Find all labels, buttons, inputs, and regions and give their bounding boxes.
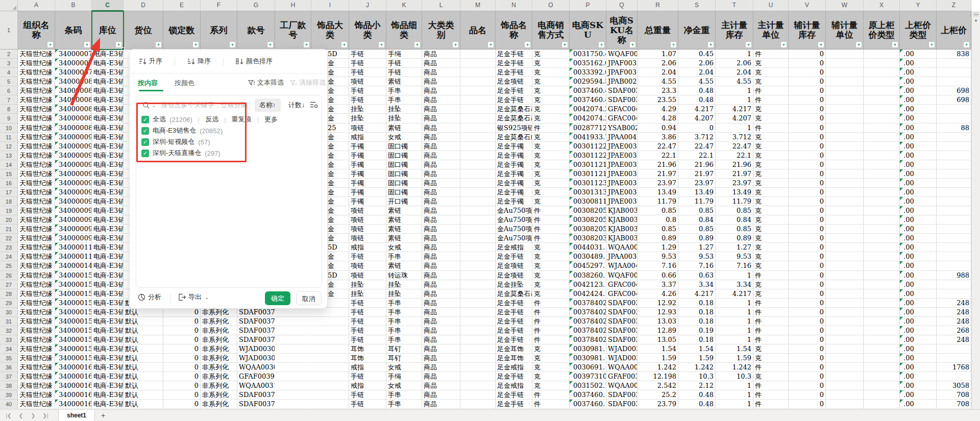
cell-Z25[interactable]: [937, 261, 971, 270]
cell-T39[interactable]: 1: [716, 390, 753, 400]
cell-K17[interactable]: 固口镯: [386, 188, 422, 197]
cell-L33[interactable]: 商品: [422, 335, 460, 344]
cell-A17[interactable]: 天猫世纪缘: [18, 188, 55, 197]
search-chevron-icon[interactable]: ⌄: [152, 103, 156, 108]
cell-X24[interactable]: [864, 252, 900, 261]
cell-M37[interactable]: [460, 372, 496, 381]
option-select-all[interactable]: ✓ 全选 (21206) | 反选 | 重复项 | 更多: [141, 114, 317, 125]
cell-A2[interactable]: 天猫世纪缘: [18, 49, 55, 59]
filter-dropdown-C[interactable]: ▼: [115, 41, 122, 48]
cell-S16[interactable]: 23.97: [678, 179, 716, 188]
cell-Z27[interactable]: [937, 280, 971, 289]
cell-J34[interactable]: 耳饰: [349, 344, 386, 354]
cell-O5[interactable]: 克: [532, 77, 570, 86]
cell-C34[interactable]: 电商-E3销售仓: [92, 344, 124, 354]
cell-Q20[interactable]: KJAB00308: [606, 215, 638, 225]
cell-B14[interactable]: 340000091: [55, 160, 92, 169]
cell-N4[interactable]: 足金手链: [496, 68, 532, 77]
cell-O39[interactable]: 件: [532, 390, 570, 400]
cell-O19[interactable]: 件: [532, 206, 570, 215]
cell-N10[interactable]: 银S925项链: [496, 123, 532, 133]
cell-W23[interactable]: [826, 243, 864, 252]
cell-N12[interactable]: 足金手镯: [496, 142, 532, 151]
cell-Y2[interactable]: .00: [900, 49, 937, 59]
cell-B16[interactable]: 340000091: [55, 179, 92, 188]
cell-Z33[interactable]: 248: [937, 335, 971, 344]
cell-X14[interactable]: [864, 160, 900, 169]
column-header-G[interactable]: G: [237, 0, 275, 11]
cell-U19[interactable]: 克: [753, 206, 789, 215]
cell-T6[interactable]: 1: [716, 86, 753, 95]
cell-T17[interactable]: 13.49: [716, 188, 753, 197]
analyze-button[interactable]: 分析: [138, 292, 161, 302]
cell-N11[interactable]: 足金莫桑石戒指: [496, 133, 532, 142]
column-header-E[interactable]: E: [163, 0, 201, 11]
tab-by-color[interactable]: 按颜色: [175, 79, 194, 88]
cell-S30[interactable]: 0.18: [678, 308, 716, 317]
cell-V35[interactable]: 0: [789, 354, 826, 363]
cell-P9[interactable]: 0042074.2: [570, 114, 606, 123]
cell-Z17[interactable]: [937, 188, 971, 197]
cell-V18[interactable]: 0: [789, 197, 826, 206]
cell-A13[interactable]: 天猫世纪缘: [18, 151, 55, 160]
cell-Q36[interactable]: WQAA00306: [606, 363, 638, 372]
cell-Y40[interactable]: .00: [900, 400, 937, 409]
cell-V7[interactable]: 0: [789, 95, 826, 105]
cell-N37[interactable]: 足金手链: [496, 372, 532, 381]
filter-dropdown-Z[interactable]: ▼: [963, 41, 970, 48]
cell-P26[interactable]: 0038260.: [570, 271, 606, 280]
header-cell-P[interactable]: 电商SKU▼: [570, 11, 606, 49]
cell-J28[interactable]: 挂坠: [349, 289, 386, 299]
filter-dropdown-R[interactable]: ▼: [670, 41, 677, 48]
cell-V11[interactable]: 0: [789, 133, 826, 142]
cell-T31[interactable]: 1: [716, 317, 753, 326]
cell-K18[interactable]: 开口镯: [386, 197, 422, 206]
cell-F30[interactable]: 非系列化: [201, 308, 237, 317]
prev-sheet-button[interactable]: ❮: [17, 413, 24, 418]
cell-T29[interactable]: 1: [716, 299, 753, 308]
cell-D37[interactable]: 默认: [124, 372, 163, 381]
cell-C13[interactable]: 电商-E3销售仓: [92, 151, 124, 160]
column-header-F[interactable]: F: [201, 0, 237, 11]
cell-R25[interactable]: 7.16: [638, 261, 678, 270]
cell-J29[interactable]: 手链: [349, 299, 386, 308]
cell-Y28[interactable]: .00: [900, 289, 937, 299]
cell-N13[interactable]: 足金手镯: [496, 151, 532, 160]
cell-T22[interactable]: 0.89: [716, 234, 753, 243]
cell-P15[interactable]: 00301121.: [570, 169, 606, 179]
cell-V27[interactable]: 0: [789, 280, 826, 289]
cell-B31[interactable]: 340000154: [55, 317, 92, 326]
cell-Q23[interactable]: WQAA00440: [606, 243, 638, 252]
cell-I40[interactable]: [311, 400, 349, 409]
cell-B38[interactable]: 340000165: [55, 381, 92, 390]
cell-N39[interactable]: 足金手链: [496, 390, 532, 400]
cell-P37[interactable]: 00397310.: [570, 372, 606, 381]
cell-T18[interactable]: 11.79: [716, 197, 753, 206]
next-sheet-button[interactable]: ❯: [30, 413, 37, 418]
cell-A8[interactable]: 天猫世纪缘: [18, 105, 55, 114]
header-cell-I[interactable]: 饰品大类▼: [311, 11, 349, 49]
cell-A40[interactable]: 天猫世纪缘: [18, 400, 55, 409]
filter-dropdown-P[interactable]: ▼: [598, 41, 605, 48]
cell-R38[interactable]: 2.542: [638, 381, 678, 390]
cell-Q2[interactable]: WQAF00317: [606, 49, 638, 59]
cell-V2[interactable]: 0: [789, 49, 826, 59]
header-cell-J[interactable]: 饰品小类▼: [349, 11, 386, 49]
row-number-11[interactable]: 11: [0, 133, 18, 142]
cell-Q6[interactable]: SDAF00374: [606, 86, 638, 95]
cell-U15[interactable]: 克: [753, 169, 789, 179]
cell-A20[interactable]: 天猫世纪缘: [18, 215, 55, 225]
filter-dropdown-A[interactable]: ▼: [47, 41, 54, 48]
column-header-Y[interactable]: Y: [900, 0, 937, 11]
cell-Q17[interactable]: JPAE00301: [606, 188, 638, 197]
export-button[interactable]: 导出 ⌄: [178, 292, 209, 302]
cell-N2[interactable]: 足金手链: [496, 49, 532, 59]
cell-N18[interactable]: 足金手镯: [496, 197, 532, 206]
cell-C11[interactable]: 电商-E3销售仓: [92, 133, 124, 142]
cell-U11[interactable]: 克: [753, 133, 789, 142]
cell-U30[interactable]: 件: [753, 308, 789, 317]
cell-L10[interactable]: 商品: [422, 123, 460, 133]
row-number-38[interactable]: 38: [0, 381, 18, 390]
cell-M17[interactable]: [460, 188, 496, 197]
cell-Y26[interactable]: .00: [900, 271, 937, 280]
